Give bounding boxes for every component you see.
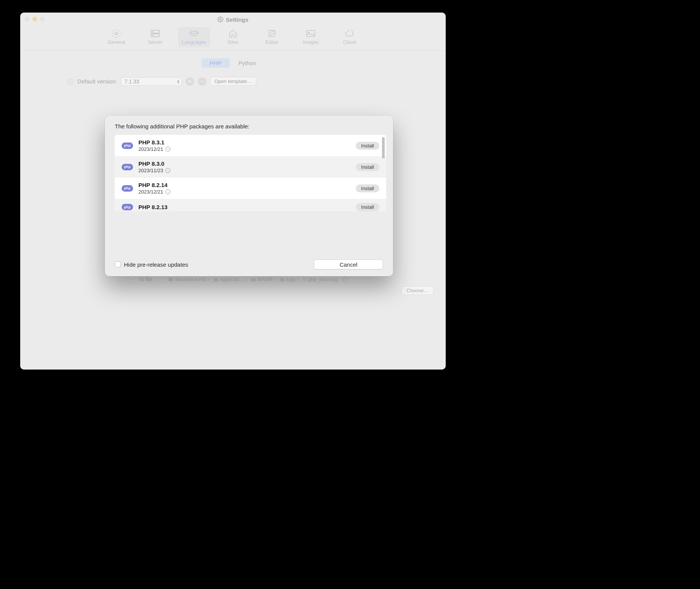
hide-prerelease-row[interactable]: Hide pre-release updates bbox=[115, 261, 188, 268]
install-button[interactable]: Install bbox=[356, 184, 379, 192]
package-list: php PHP 8.3.1 2023/12/21 → Install php P… bbox=[115, 135, 386, 253]
chevron-updown-icon: ▴▾ bbox=[177, 79, 179, 84]
svg-rect-10 bbox=[303, 277, 306, 282]
package-date: 2023/12/21 → bbox=[138, 189, 350, 195]
package-row[interactable]: php PHP 8.2.14 2023/12/21 → Install bbox=[115, 178, 386, 199]
php-packages-modal: The following additional PHP packages ar… bbox=[105, 115, 393, 276]
subtab-php[interactable]: PHP bbox=[201, 58, 230, 68]
server-icon bbox=[150, 29, 160, 38]
path-segment: Macintosh HD › bbox=[168, 277, 209, 282]
arrow-right-icon[interactable]: → bbox=[165, 168, 170, 173]
add-version-button[interactable]: ＋ bbox=[186, 77, 194, 86]
gear-icon bbox=[111, 29, 121, 38]
tab-server[interactable]: Server bbox=[139, 27, 171, 47]
svg-point-1 bbox=[115, 32, 118, 35]
cloud-icon bbox=[345, 29, 355, 38]
scrollbar[interactable] bbox=[382, 137, 385, 251]
zoom-window-button[interactable] bbox=[40, 17, 45, 21]
settings-toolbar: General Server Languages Sites Editor bbox=[20, 23, 446, 51]
minimize-window-button[interactable] bbox=[32, 17, 37, 21]
path-segment: php_error.log bbox=[302, 277, 337, 282]
svg-rect-7 bbox=[307, 30, 315, 37]
package-row[interactable]: php PHP 8.3.1 2023/12/21 → Install bbox=[115, 135, 386, 156]
install-button[interactable]: Install bbox=[356, 163, 379, 171]
tab-languages[interactable]: Languages bbox=[178, 27, 210, 47]
package-row[interactable]: php PHP 8.2.13 Install bbox=[115, 199, 386, 211]
package-name: PHP 8.3.1 bbox=[138, 139, 350, 146]
package-name: PHP 8.2.13 bbox=[138, 204, 350, 210]
svg-point-5 bbox=[153, 35, 153, 36]
package-name: PHP 8.3.0 bbox=[138, 160, 350, 167]
edit-icon bbox=[267, 29, 277, 38]
tab-images[interactable]: Images bbox=[295, 27, 327, 47]
home-icon bbox=[228, 29, 238, 38]
arrow-right-icon[interactable]: → bbox=[165, 147, 170, 152]
svg-rect-9 bbox=[169, 278, 173, 281]
tab-editor[interactable]: Editor bbox=[256, 27, 288, 47]
choose-button[interactable]: Choose… bbox=[401, 286, 433, 295]
tab-general[interactable]: General bbox=[100, 27, 132, 47]
svg-point-0 bbox=[220, 19, 221, 20]
info-icon[interactable]: i bbox=[67, 78, 74, 85]
path-segment: MAMP › bbox=[251, 277, 276, 282]
php-icon: php bbox=[122, 204, 133, 210]
to-file-label: to file: bbox=[140, 276, 154, 282]
svg-point-4 bbox=[153, 31, 153, 32]
default-version-label: Default version: bbox=[77, 78, 117, 85]
gear-icon bbox=[217, 16, 223, 22]
modal-heading: The following additional PHP packages ar… bbox=[105, 115, 393, 135]
package-date: 2023/12/21 → bbox=[138, 146, 350, 152]
install-button[interactable]: Install bbox=[356, 142, 379, 150]
go-icon[interactable]: → bbox=[343, 277, 348, 282]
hide-prerelease-label: Hide pre-release updates bbox=[124, 261, 188, 268]
window-title-text: Settings bbox=[226, 16, 248, 23]
to-file-row: ✓ to file: Macintosh HD › Applicati… › M… bbox=[130, 276, 435, 282]
php-icon: php bbox=[122, 164, 133, 170]
tab-sites[interactable]: Sites bbox=[217, 27, 249, 47]
image-icon bbox=[306, 29, 316, 38]
subtab-python[interactable]: Python bbox=[230, 58, 265, 68]
close-window-button[interactable] bbox=[25, 17, 29, 21]
package-date: 2023/11/23 → bbox=[138, 168, 350, 173]
modal-footer: Hide pre-release updates Cancel bbox=[105, 253, 393, 276]
version-value: 7.1.33 bbox=[124, 78, 139, 85]
language-subtabs: PHP Python bbox=[31, 58, 435, 68]
to-file-checkbox[interactable]: ✓ bbox=[130, 277, 136, 282]
remove-version-button[interactable]: － bbox=[198, 77, 206, 86]
default-version-row: i Default version: 7.1.33 ▴▾ ＋ － Open te… bbox=[67, 77, 435, 86]
settings-window: Settings General Server Languages bbox=[20, 13, 446, 370]
cancel-button[interactable]: Cancel bbox=[314, 259, 383, 269]
open-template-button[interactable]: Open template… bbox=[210, 77, 256, 86]
path-segment: logs › bbox=[279, 277, 299, 282]
install-button[interactable]: Install bbox=[356, 203, 379, 211]
php-icon: php bbox=[122, 185, 133, 192]
version-select[interactable]: 7.1.33 ▴▾ bbox=[121, 77, 182, 86]
php-icon: php bbox=[122, 142, 133, 149]
path-segment: Applicati… › bbox=[213, 277, 247, 282]
package-row[interactable]: php PHP 8.3.0 2023/11/23 → Install bbox=[115, 156, 386, 178]
titlebar: Settings bbox=[20, 13, 446, 23]
hide-prerelease-checkbox[interactable] bbox=[115, 261, 121, 267]
arrow-right-icon[interactable]: → bbox=[165, 189, 170, 194]
traffic-lights bbox=[25, 17, 45, 21]
scrollbar-thumb[interactable] bbox=[382, 137, 385, 158]
package-name: PHP 8.2.14 bbox=[138, 182, 350, 188]
tab-cloud[interactable]: Cloud bbox=[334, 27, 366, 47]
lips-icon bbox=[189, 29, 199, 38]
window-title: Settings bbox=[217, 16, 248, 23]
